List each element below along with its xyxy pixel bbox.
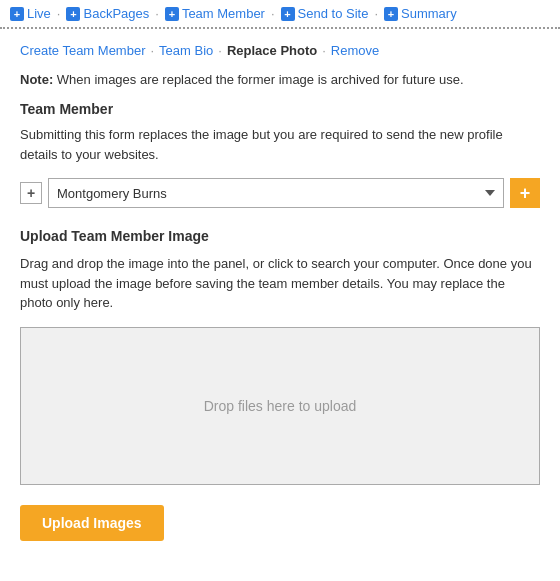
team-member-section-title: Team Member [20, 101, 540, 117]
main-content: Create Team Member · Team Bio · Replace … [0, 29, 560, 555]
breadcrumb-bio[interactable]: Team Bio [159, 43, 213, 58]
upload-images-button[interactable]: Upload Images [20, 505, 164, 541]
nav-item-summary[interactable]: + Summary [384, 6, 457, 21]
team-member-description: Submitting this form replaces the image … [20, 125, 540, 164]
nav-item-send-to-site[interactable]: + Send to Site [281, 6, 369, 21]
plus-icon-send-to-site: + [281, 7, 295, 21]
nav-label-live: Live [27, 6, 51, 21]
nav-label-team-member: Team Member [182, 6, 265, 21]
member-select[interactable]: Montgomery Burns [48, 178, 504, 208]
nav-item-team-member[interactable]: + Team Member [165, 6, 265, 21]
upload-description: Drag and drop the image into the panel, … [20, 254, 540, 313]
nav-sep-4: · [374, 6, 378, 21]
breadcrumb: Create Team Member · Team Bio · Replace … [20, 43, 540, 58]
breadcrumb-sep-2: · [218, 43, 222, 58]
nav-label-send-to-site: Send to Site [298, 6, 369, 21]
breadcrumb-remove[interactable]: Remove [331, 43, 379, 58]
drop-zone[interactable]: Drop files here to upload [20, 327, 540, 485]
nav-label-backpages: BackPages [83, 6, 149, 21]
team-member-row: + Montgomery Burns + [20, 178, 540, 208]
top-navigation: + Live · + BackPages · + Team Member · +… [0, 0, 560, 29]
breadcrumb-sep-3: · [322, 43, 326, 58]
nav-item-backpages[interactable]: + BackPages [66, 6, 149, 21]
nav-item-live[interactable]: + Live [10, 6, 51, 21]
breadcrumb-active: Replace Photo [227, 43, 317, 58]
upload-section-title: Upload Team Member Image [20, 228, 540, 244]
drop-zone-text: Drop files here to upload [204, 398, 357, 414]
expand-button[interactable]: + [20, 182, 42, 204]
breadcrumb-sep-1: · [150, 43, 154, 58]
add-member-button[interactable]: + [510, 178, 540, 208]
plus-icon-live: + [10, 7, 24, 21]
breadcrumb-create[interactable]: Create Team Member [20, 43, 145, 58]
nav-label-summary: Summary [401, 6, 457, 21]
plus-icon-summary: + [384, 7, 398, 21]
plus-icon-backpages: + [66, 7, 80, 21]
note-text: When images are replaced the former imag… [57, 72, 464, 87]
note-prefix: Note: [20, 72, 53, 87]
nav-sep-1: · [57, 6, 61, 21]
plus-icon-team-member: + [165, 7, 179, 21]
nav-sep-3: · [271, 6, 275, 21]
note-box: Note: When images are replaced the forme… [20, 72, 540, 87]
nav-sep-2: · [155, 6, 159, 21]
